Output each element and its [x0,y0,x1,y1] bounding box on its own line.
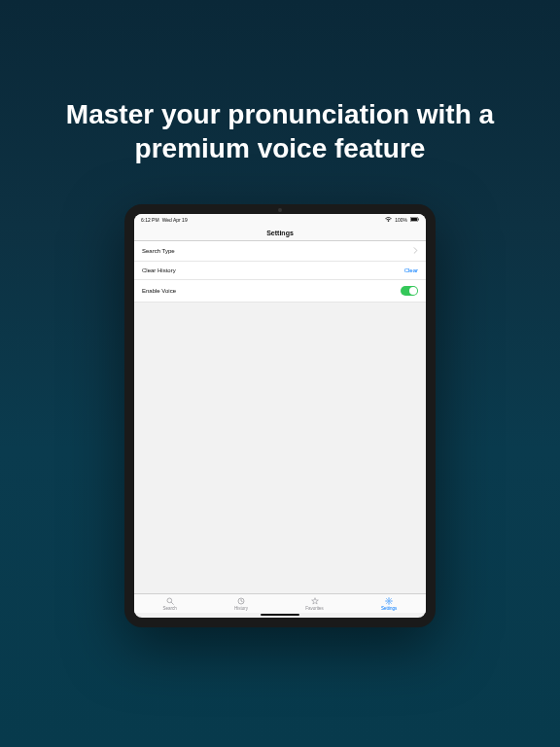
home-indicator[interactable] [261,614,299,616]
clear-button[interactable]: Clear [404,267,418,273]
svg-line-4 [171,602,173,604]
svg-rect-1 [411,218,417,221]
tablet-frame: 6:12 PM Wed Apr 19 100% Settings Search … [124,204,436,627]
clear-history-row: Clear History Clear [134,262,426,280]
search-icon [166,597,174,605]
status-time: 6:12 PM [141,217,159,223]
settings-list: Search Type Clear History Clear Enable V… [134,241,426,302]
page-title: Settings [134,226,426,241]
gear-icon [385,597,393,605]
tab-search-label: Search [163,606,177,611]
svg-point-3 [167,598,172,603]
enable-voice-label: Enable Voice [142,288,176,294]
content-spacer [134,302,426,593]
wifi-icon [385,217,392,223]
star-icon [311,597,319,605]
camera-notch [278,208,282,212]
search-type-row[interactable]: Search Type [134,241,426,262]
tab-history[interactable]: History [234,597,248,611]
clear-history-label: Clear History [142,267,176,273]
search-type-label: Search Type [142,248,175,254]
history-icon [237,597,245,605]
status-date: Wed Apr 19 [162,217,188,223]
tablet-screen: 6:12 PM Wed Apr 19 100% Settings Search … [134,214,426,618]
svg-rect-2 [418,219,419,221]
enable-voice-row: Enable Voice [134,280,426,302]
tab-bar: Search History Favorites Settings [134,593,426,613]
tab-settings[interactable]: Settings [381,597,397,611]
enable-voice-toggle[interactable] [401,286,418,296]
battery-icon [410,217,419,223]
promo-headline: Master your pronunciation with a premium… [0,0,560,165]
tab-favorites-label: Favorites [305,606,324,611]
tab-favorites[interactable]: Favorites [305,597,324,611]
tab-history-label: History [234,606,248,611]
tab-settings-label: Settings [381,606,397,611]
svg-point-6 [388,600,390,602]
chevron-right-icon [413,247,418,255]
status-bar: 6:12 PM Wed Apr 19 100% [134,214,426,226]
status-battery: 100% [395,217,407,223]
tab-search[interactable]: Search [163,597,177,611]
